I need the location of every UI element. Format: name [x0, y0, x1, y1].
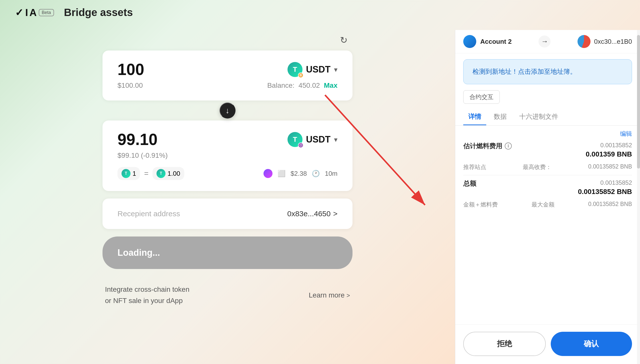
confirm-button[interactable]: 确认: [551, 332, 632, 356]
edit-link[interactable]: 编辑: [455, 130, 640, 138]
fee-divider: [463, 175, 632, 175]
balance-row: Balance: 450.02 Max: [267, 82, 338, 90]
route-to-token: T 1.00: [152, 167, 184, 180]
promo-line1: Integrate cross-chain token: [105, 284, 190, 295]
to-token-name: USDT: [306, 134, 330, 145]
max-amount-value: 0.00135852 BNB: [588, 201, 632, 208]
total-label: 总额: [463, 179, 476, 188]
to-token-chevron: ▾: [334, 136, 338, 144]
promo-area: Integrate cross-chain token or NFT sale …: [102, 284, 352, 306]
account-avatar: [463, 35, 476, 48]
recipient-address-text: 0x83e...4650: [287, 210, 330, 218]
panel-footer: 拒绝 确认: [455, 324, 640, 364]
max-fee-label: 最高收费：: [523, 163, 552, 171]
reject-button[interactable]: 拒绝: [463, 332, 546, 356]
refresh-button[interactable]: ↻: [340, 35, 348, 46]
to-card-bottom: $99.10 (-0.91%): [118, 152, 338, 160]
recipient-chevron: >: [333, 210, 338, 218]
from-card-top: 100 T B USDT ▾: [118, 62, 338, 78]
edit-label: 编辑: [620, 130, 632, 137]
wallet-avatar: [578, 35, 590, 48]
beta-badge: Beta: [39, 9, 54, 16]
swap-arrow-button[interactable]: ↓: [220, 102, 236, 118]
from-token-chevron: ▾: [334, 66, 338, 74]
address-card: Recepient address 0x83e...4650 >: [102, 198, 352, 229]
tab-hex[interactable]: 十六进制文件: [514, 109, 563, 125]
from-token-name: USDT: [306, 64, 330, 75]
bridge-area: ↻ 100 T B USDT ▾ $100.00 Balance:: [0, 30, 455, 364]
tab-data[interactable]: 数据: [489, 109, 512, 125]
route-equals: =: [144, 169, 148, 178]
swap-arrow-icon: ↓: [226, 106, 230, 115]
logo-text: ✓ I A: [15, 7, 36, 18]
from-token-selector[interactable]: T B USDT ▾: [288, 62, 338, 77]
panel-scrollbar[interactable]: [637, 30, 640, 364]
promo-line2: or NFT sale in your dApp: [105, 295, 190, 306]
swap-arrow-container: ↓: [102, 100, 352, 120]
route-from-icon: T: [122, 169, 130, 178]
total-row: 总额 0.00135852 0.00135852 BNB: [463, 179, 632, 196]
to-token-icon: T ⬡: [288, 132, 302, 147]
recipient-address[interactable]: 0x83e...4650 >: [287, 210, 338, 218]
learn-more-chevron: >: [346, 292, 350, 299]
to-usd-value: $99.10 (-0.91%): [118, 152, 168, 160]
page-title: Bridge assets: [64, 6, 133, 18]
tab-details[interactable]: 详情: [463, 109, 486, 125]
contract-tag: 合约交互: [463, 90, 500, 104]
info-box[interactable]: 检测到新地址！点击添加至地址簿。: [463, 59, 632, 84]
contract-tag-container: 合约交互: [463, 90, 632, 104]
max-fee-value: 0.00135852 BNB: [588, 163, 632, 171]
route-usd: $2.38: [290, 170, 307, 178]
gas-fee-values: 0.00135852 0.001359 BNB: [586, 142, 632, 158]
total-main: 0.00135852 BNB: [578, 188, 632, 196]
from-card-bottom: $100.00 Balance: 450.02 Max: [118, 82, 338, 90]
to-token-selector[interactable]: T ⬡ USDT ▾: [288, 132, 338, 147]
from-card: 100 T B USDT ▾ $100.00 Balance: 450.02 M…: [102, 50, 352, 100]
recipient-label: Recepient address: [118, 210, 180, 218]
amount-plus-gas-label: 金额＋燃料费: [463, 201, 498, 208]
wallet-address: 0xc30...e1B0: [594, 38, 632, 46]
route-left: T 1 = T 1.00: [118, 167, 184, 180]
learn-more-text: Learn more: [309, 291, 344, 299]
panel-account: Account 2: [463, 35, 512, 48]
to-token-chain-badge: ⬡: [298, 142, 304, 148]
from-token-chain-badge: B: [298, 72, 304, 78]
panel-tabs: 详情 数据 十六进制文件: [455, 109, 640, 126]
account-name: Account 2: [480, 38, 512, 46]
arrow-right-icon: →: [538, 36, 550, 48]
route-from-token: T 1: [118, 167, 140, 180]
recommended-fee-row: 推荐站点 最高收费： 0.00135852 BNB: [463, 163, 632, 171]
to-amount[interactable]: 99.10: [118, 132, 158, 148]
route-time: 10m: [325, 170, 338, 178]
max-button[interactable]: Max: [324, 82, 338, 90]
route-clock-icon: 🕐: [312, 170, 320, 178]
route-info: T 1 = T 1.00 ⬜ $2.38 🕐 10m: [118, 167, 338, 180]
learn-more-link[interactable]: Learn more >: [309, 291, 350, 299]
scrollbar-thumb: [637, 35, 640, 168]
balance-value: 450.02: [298, 82, 320, 90]
total-values: 0.00135852 0.00135852 BNB: [578, 179, 632, 196]
fee-section: 估计燃料费用 i 0.00135852 0.001359 BNB 推荐站点 最高…: [455, 142, 640, 212]
total-small: 0.00135852: [578, 179, 632, 186]
gas-info-icon[interactable]: i: [505, 142, 512, 150]
bridge-toolbar: ↻: [102, 35, 352, 46]
max-amount-label: 最大金额: [532, 201, 554, 208]
route-provider-icon: [264, 169, 272, 178]
recommended-label: 推荐站点: [463, 163, 486, 171]
header: ✓ I A Beta Bridge assets: [0, 0, 640, 25]
total-label-text: 总额: [463, 179, 476, 188]
gas-label-text: 估计燃料费用: [463, 142, 502, 150]
main-content: ↻ 100 T B USDT ▾ $100.00 Balance:: [0, 25, 640, 364]
gas-fee-main: 0.001359 BNB: [586, 150, 632, 158]
route-copy-icon: ⬜: [278, 170, 286, 178]
gas-fee-small: 0.00135852: [586, 142, 632, 149]
amount-gas-row: 金额＋燃料费 最大金额 0.00135852 BNB: [463, 201, 632, 208]
from-amount[interactable]: 100: [118, 62, 144, 78]
promo-text: Integrate cross-chain token or NFT sale …: [105, 284, 190, 306]
from-token-icon: T B: [288, 62, 302, 77]
gas-fee-row: 估计燃料费用 i 0.00135852 0.001359 BNB: [463, 142, 632, 158]
route-to-icon: T: [156, 169, 166, 178]
route-right: ⬜ $2.38 🕐 10m: [264, 169, 338, 178]
gas-fee-label: 估计燃料费用 i: [463, 142, 512, 150]
route-to-amount: 1.00: [168, 170, 180, 178]
